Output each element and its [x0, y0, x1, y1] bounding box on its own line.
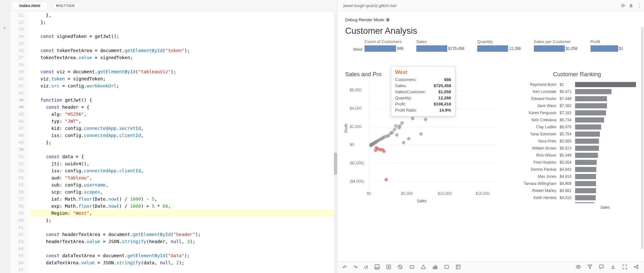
rank-name: Keith Herrera	[513, 196, 558, 200]
rank-row[interactable]: Raymond Buch$1	[513, 81, 641, 88]
url-input[interactable]	[340, 1, 619, 10]
preview-scrollbar[interactable]	[641, 27, 643, 249]
rank-row[interactable]: Rick Wilson$5,348	[513, 152, 641, 159]
svg-point-12	[637, 265, 638, 266]
scatter-y-label: Profit	[344, 124, 348, 133]
rank-row[interactable]: William Brown$5,523	[513, 145, 641, 152]
scatter-point[interactable]	[402, 141, 405, 144]
scatter-point[interactable]	[397, 126, 401, 130]
rank-name: Jane Waco	[513, 104, 558, 108]
scatter-point[interactable]	[395, 133, 399, 137]
rank-row[interactable]: Fred Hopkins$5,054	[513, 159, 641, 166]
replay-icon[interactable]: ↺	[364, 264, 368, 270]
metrics-icon[interactable]	[432, 264, 438, 271]
scatter-point[interactable]	[411, 117, 414, 120]
rank-row[interactable]: Jane Waco$7,392	[513, 102, 641, 109]
fullscreen-icon[interactable]	[622, 264, 627, 271]
ranking-chart[interactable]: Raymond Buch$1Ken Lonsdale$8,472Edward H…	[513, 81, 641, 203]
kpi-count-of-customers[interactable]: Count of Customers686	[365, 39, 403, 52]
rank-value: $7,183	[558, 111, 575, 115]
rank-row[interactable]: Edward Hooks$7,448	[513, 95, 641, 102]
alert-icon[interactable]	[421, 264, 426, 271]
subscribe-icon[interactable]	[444, 264, 449, 271]
rank-row[interactable]: Nora Preis$5,565	[513, 138, 641, 145]
refresh-icon[interactable]: ⟳	[621, 3, 625, 9]
region-label: West	[345, 39, 365, 52]
kpi-profit[interactable]: Profit$1	[591, 39, 623, 52]
scatter-point[interactable]	[374, 149, 377, 152]
rank-bar	[575, 202, 594, 203]
kpi-quantity[interactable]: Quantity12,266	[477, 39, 521, 52]
rank-name: Raymond Buch	[513, 82, 558, 87]
scatter-point[interactable]	[407, 137, 411, 141]
rank-row[interactable]: Dennis Pardue$4,942	[513, 166, 641, 173]
comment-icon[interactable]	[599, 264, 604, 271]
kpi-label: Count of Customers	[365, 39, 403, 45]
rank-row[interactable]: Nick Crebassa$6,734	[513, 116, 641, 123]
preview-pane: ⟳ ⏸ ⋮ Debug Render Mode: B Customer Anal…	[337, 0, 644, 273]
rank-row[interactable]: Tamara Willingham$4,908	[513, 180, 641, 187]
more-icon[interactable]: ⋮	[637, 3, 641, 9]
svg-rect-7	[445, 265, 449, 268]
scatter-point[interactable]	[382, 150, 386, 153]
rank-bar	[575, 195, 596, 200]
redo-icon[interactable]: ↷	[353, 264, 357, 270]
pause-data-icon[interactable]	[398, 264, 403, 271]
rank-row[interactable]: Keith Herrera$4,810	[513, 194, 641, 201]
code-area[interactable]: }, }; const signedToken = getJwt(); cons…	[28, 12, 337, 273]
download-icon[interactable]	[611, 264, 616, 271]
svg-rect-4	[433, 267, 434, 269]
url-toolbar-icons: ⟳ ⏸ ⋮	[621, 3, 641, 9]
scatter-point[interactable]	[424, 118, 427, 121]
line-gutter: 3132333435363738394041424344454647484950…	[10, 12, 28, 273]
rank-value: $4,942	[558, 167, 575, 172]
charts-row: Sales and Pro Profit $6,000$4,000$2,000$…	[345, 71, 641, 203]
scatter-point[interactable]	[419, 132, 423, 136]
kpi-label: Sales	[416, 39, 464, 45]
revert-icon[interactable]	[386, 264, 391, 271]
editor-scrollbar-thumb[interactable]	[334, 152, 337, 175]
scatter-point[interactable]	[369, 144, 373, 147]
ranking-title: Customer Ranking	[513, 71, 641, 78]
undo-icon[interactable]: ↶	[343, 264, 347, 270]
rank-bar	[575, 110, 606, 115]
pause-icon[interactable]: ⏸	[629, 3, 633, 8]
rank-row[interactable]: Maribeth Schnelling$4,468	[513, 201, 641, 203]
view-data-icon[interactable]	[409, 264, 414, 271]
scatter-point[interactable]	[384, 178, 388, 181]
rank-x-label: Sales	[600, 205, 610, 210]
svg-rect-5	[435, 266, 436, 269]
prettier-button[interactable]: ✦ PRETTIER	[52, 3, 79, 9]
hover-tooltip: West Customers:686Sales:$725,458Sales/Cu…	[391, 66, 455, 116]
rank-row[interactable]: Yana Sorensen$5,754	[513, 131, 641, 138]
filter-icon[interactable]	[587, 264, 592, 271]
rank-row[interactable]: Karen Ferguson$7,183	[513, 109, 641, 116]
sidebar-expand-button[interactable]: »	[0, 0, 10, 273]
rank-bar	[575, 82, 636, 87]
rank-bar	[575, 167, 596, 172]
preview-body: Debug Render Mode: B Customer Analysis W…	[337, 12, 644, 261]
editor-body[interactable]: 3132333435363738394041424344454647484950…	[10, 12, 337, 273]
rank-name: Robert Marley	[513, 188, 558, 193]
file-tab[interactable]: index.html	[12, 2, 47, 9]
editor-scrollbar-track[interactable]	[334, 12, 337, 273]
edit-icon[interactable]	[456, 264, 461, 271]
rank-value: $4,881	[558, 188, 575, 193]
rank-row[interactable]: Ken Lonsdale$8,472	[513, 88, 641, 95]
rank-bar	[575, 103, 607, 108]
rank-row[interactable]: Robert Marley$4,881	[513, 187, 641, 194]
rank-row[interactable]: Clay Ludtke$6,070	[513, 123, 641, 131]
rank-bar	[575, 96, 607, 101]
kpi-sales[interactable]: Sales$725,458	[416, 39, 464, 52]
save-icon[interactable]	[374, 264, 380, 271]
rank-name: William Brown	[513, 146, 558, 150]
rank-row[interactable]: Max Jones$4,910	[513, 173, 641, 180]
svg-rect-0	[375, 265, 379, 269]
kpi-sales-per-customer[interactable]: Sales per Customer$1,058	[534, 39, 578, 52]
rank-value: $4,468	[558, 203, 575, 203]
watch-icon[interactable]	[576, 264, 581, 271]
rank-bar	[575, 146, 599, 151]
rank-value: $4,910	[558, 174, 575, 179]
tooltip-title: West	[395, 69, 451, 75]
share-icon[interactable]	[634, 264, 639, 271]
